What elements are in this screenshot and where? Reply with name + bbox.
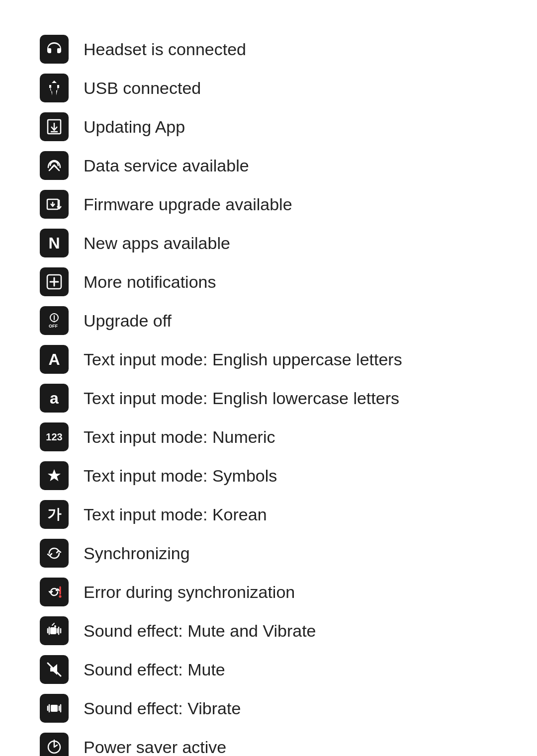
text-numeric-icon: 123 xyxy=(40,422,69,451)
svg-marker-15 xyxy=(48,469,61,481)
text-lowercase-icon: a xyxy=(40,384,69,413)
item-label: Headset is connected xyxy=(84,40,246,59)
headset-icon xyxy=(40,35,69,64)
list-item: Synchronizing xyxy=(40,534,497,573)
item-label: Sound effect: Vibrate xyxy=(84,699,241,718)
list-item: A Text input mode: English uppercase let… xyxy=(40,340,497,379)
text-uppercase-icon: A xyxy=(40,345,69,374)
vibrate-icon xyxy=(40,694,69,723)
sync-icon xyxy=(40,539,69,568)
item-label: Updating App xyxy=(84,117,185,137)
new-apps-icon: N xyxy=(40,229,69,257)
data-service-icon xyxy=(40,151,69,180)
sync-error-icon xyxy=(40,578,69,606)
list-item: Sound effect: Vibrate xyxy=(40,689,497,728)
mute-icon xyxy=(40,655,69,684)
item-label: Firmware upgrade available xyxy=(84,195,292,214)
svg-rect-27 xyxy=(51,705,58,712)
page-container: Headset is connected USB connected Up xyxy=(0,0,537,756)
list-item: Updating App xyxy=(40,107,497,146)
item-label: Text input mode: English lowercase lette… xyxy=(84,389,399,408)
item-label: Error during synchronization xyxy=(84,583,295,602)
item-label: Upgrade off xyxy=(84,311,172,331)
mute-vibrate-icon xyxy=(40,616,69,645)
item-label: New apps available xyxy=(84,234,230,253)
list-item: Headset is connected xyxy=(40,30,497,69)
text-korean-icon: 가 xyxy=(40,500,69,529)
list-item: Data service available xyxy=(40,146,497,185)
list-item: a Text input mode: English lowercase let… xyxy=(40,379,497,418)
text-symbols-icon xyxy=(40,461,69,490)
item-label: Text input mode: Symbols xyxy=(84,466,277,486)
item-label: Text input mode: English uppercase lette… xyxy=(84,350,402,369)
items-list: Headset is connected USB connected Up xyxy=(40,30,497,756)
list-item: Firmware upgrade available xyxy=(40,185,497,224)
item-label: USB connected xyxy=(84,79,201,98)
list-item: N New apps available xyxy=(40,224,497,262)
updating-app-icon xyxy=(40,112,69,141)
svg-point-13 xyxy=(54,321,55,323)
svg-point-25 xyxy=(54,625,56,627)
svg-point-17 xyxy=(59,595,62,598)
svg-line-24 xyxy=(52,623,54,625)
list-item: Sound effect: Mute and Vibrate xyxy=(40,611,497,650)
item-label: Text input mode: Korean xyxy=(84,505,267,524)
list-item: Power saver active xyxy=(40,728,497,756)
item-label: Sound effect: Mute xyxy=(84,660,225,679)
list-item: Text input mode: Symbols xyxy=(40,456,497,495)
list-item: OFF Upgrade off xyxy=(40,301,497,340)
usb-icon xyxy=(40,74,69,102)
list-item: Sound effect: Mute xyxy=(40,650,497,689)
item-label: Text input mode: Numeric xyxy=(84,427,275,447)
firmware-icon xyxy=(40,190,69,219)
item-label: Synchronizing xyxy=(84,544,190,563)
svg-text:OFF: OFF xyxy=(49,324,58,329)
list-item: USB connected xyxy=(40,69,497,107)
svg-rect-18 xyxy=(50,627,56,634)
list-item: 가 Text input mode: Korean xyxy=(40,495,497,534)
upgrade-off-icon: OFF xyxy=(40,306,69,335)
item-label: Power saver active xyxy=(84,738,226,756)
list-item: More notifications xyxy=(40,262,497,301)
item-label: Data service available xyxy=(84,156,249,175)
power-saver-icon xyxy=(40,733,69,756)
item-label: Sound effect: Mute and Vibrate xyxy=(84,621,316,641)
list-item: 123 Text input mode: Numeric xyxy=(40,418,497,456)
item-label: More notifications xyxy=(84,272,216,292)
more-notifications-icon xyxy=(40,267,69,296)
list-item: Error during synchronization xyxy=(40,573,497,611)
